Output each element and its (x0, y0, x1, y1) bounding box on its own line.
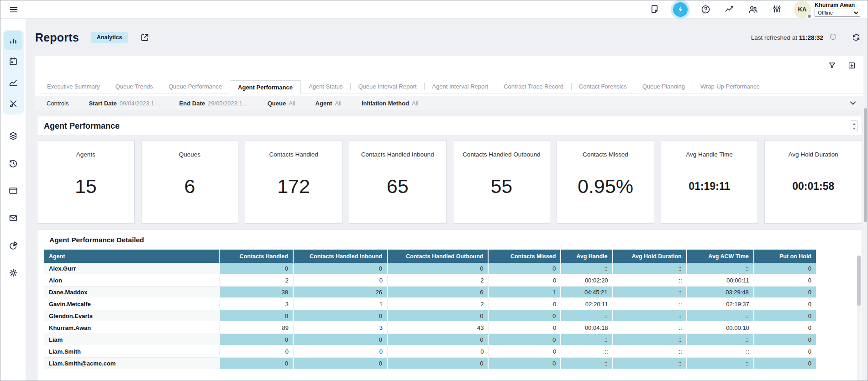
notes-icon[interactable] (648, 4, 660, 16)
kpi-label: Queues (176, 151, 203, 158)
value-cell: 0 (294, 275, 388, 287)
sidebar-item-settings[interactable] (8, 268, 18, 278)
sidebar-item-history[interactable] (8, 158, 18, 168)
agent-name-cell: Gavin.Metcalfe (44, 298, 220, 310)
section-panel: Agent Performance (37, 116, 862, 136)
column-header-contacts-handled[interactable]: Contacts Handled (220, 250, 294, 263)
table-vertical-scrollbar[interactable] (857, 256, 861, 381)
agent-name-cell: Liam (44, 334, 220, 346)
kpi-value: 01:19:11 (689, 180, 730, 193)
info-icon[interactable] (829, 32, 837, 42)
value-cell: 0 (294, 263, 388, 275)
value-cell: 3 (220, 298, 294, 310)
stepper-control[interactable] (851, 120, 857, 132)
detailed-panel: Agent Performance Detailed AgentContacts… (37, 229, 862, 381)
kpi-card-contacts-handled-outbound: Contacts Handled Outbound55 (453, 140, 551, 224)
value-cell: 26 (294, 287, 388, 298)
sidebar-item-window[interactable] (8, 186, 18, 196)
sidebar-group (3, 30, 24, 115)
value-cell: :: (687, 358, 754, 370)
kpi-value: 6 (184, 175, 195, 198)
value-cell: 0 (754, 298, 816, 310)
tab-agent-interval-report[interactable]: Agent Interval Report (424, 80, 496, 94)
sidebar-item-pie-chart[interactable] (8, 240, 18, 251)
column-header-avg-acw-time[interactable]: Avg ACW Time (687, 250, 754, 263)
value-cell: 0 (754, 287, 816, 298)
value-cell: 2 (388, 275, 489, 287)
sidebar-item-mail[interactable] (8, 213, 18, 223)
kpi-card-contacts-handled: Contacts Handled172 (245, 140, 342, 224)
value-cell: :: (561, 263, 613, 275)
filter-value: 29/05/2023 1... (208, 100, 247, 107)
column-header-contacts-handled-outbound[interactable]: Contacts Handled Outbound (388, 250, 489, 263)
tab-contract-trace-record[interactable]: Contract Trace Record (496, 80, 571, 94)
controls-filters: Start Date09/04/2023 1...End Date29/05/2… (89, 100, 418, 107)
tab-executive-summary[interactable]: Executive Summary (39, 80, 108, 94)
value-cell: 0 (388, 263, 489, 275)
value-cell: 0 (489, 310, 561, 322)
column-header-contacts-handled-inbound[interactable]: Contacts Handled Inbound (294, 250, 388, 263)
column-header-avg-handle[interactable]: Avg Handle (561, 250, 613, 263)
tab-agent-performance[interactable]: Agent Performance (230, 80, 301, 94)
value-cell: 00:02:20 (561, 275, 613, 287)
insights-icon[interactable] (723, 4, 735, 16)
agent-name-cell: Khurram.Awan (44, 322, 220, 334)
value-cell: 3 (294, 322, 388, 334)
avatar[interactable]: KA (794, 1, 811, 18)
value-cell: 0 (754, 322, 816, 334)
value-cell: :: (561, 358, 613, 370)
kpi-label: Contacts Handled Inbound (358, 151, 437, 158)
table-row: Alex.Gurr0000::::::0 (44, 263, 816, 275)
tab-contact-forensics[interactable]: Contact Forensics (571, 80, 635, 94)
tab-queue-performance[interactable]: Queue Performance (161, 80, 230, 94)
main-content: Reports Analytics Last refreshed at 11:2… (26, 19, 868, 381)
kpi-value: 0.95% (578, 175, 633, 198)
tab-queue-interval-report[interactable]: Queue Interval Report (350, 80, 424, 94)
tab-wrap-up-performance[interactable]: Wrap-Up Performance (693, 80, 768, 94)
sidebar-item-calendar[interactable] (4, 52, 22, 71)
column-header-contacts-missed[interactable]: Contacts Missed (489, 250, 561, 263)
filter-queue[interactable]: QueueAll (268, 100, 295, 107)
download-icon[interactable] (847, 61, 856, 70)
filter-end-date[interactable]: End Date29/05/2023 1... (179, 100, 247, 107)
sidebar-item-line-chart[interactable] (4, 73, 22, 92)
table-row: Khurram.Awan89343000:04:18::00:00:100 (44, 322, 816, 334)
value-cell: :: (613, 275, 687, 287)
agent-status-select[interactable]: Offline (815, 9, 860, 17)
users-icon[interactable] (747, 4, 759, 16)
help-icon[interactable] (700, 4, 711, 16)
column-header-agent[interactable]: Agent (44, 250, 220, 263)
filter-label: End Date (179, 100, 205, 107)
filter-icon[interactable] (828, 61, 836, 70)
filter-start-date[interactable]: Start Date09/04/2023 1... (89, 100, 159, 107)
page-scrollbar[interactable] (863, 19, 868, 381)
refresh-icon[interactable] (851, 32, 861, 42)
external-link-icon[interactable] (140, 32, 150, 42)
tab-queue-trends[interactable]: Queue Trends (108, 80, 161, 94)
filter-initiation-method[interactable]: Initiation MethodAll (362, 100, 418, 107)
value-cell: 89 (220, 322, 294, 334)
column-header-avg-hold-duration[interactable]: Avg Hold Duration (613, 250, 687, 263)
value-cell: 43 (388, 322, 489, 334)
value-cell: 6 (388, 287, 489, 298)
filter-value: 09/04/2023 1... (120, 100, 159, 107)
hamburger-menu-icon[interactable] (8, 4, 20, 16)
top-bar: KA Khurram Awan Offline (0, 0, 868, 19)
value-cell: :: (613, 346, 687, 358)
table-row: Glendon.Evarts0000::::::0 (44, 310, 816, 322)
value-cell: 0 (220, 358, 294, 370)
filter-agent[interactable]: AgentAll (316, 100, 342, 107)
sidebar-item-design[interactable] (4, 94, 22, 113)
column-header-put-on-hold[interactable]: Put on Hold (754, 250, 816, 263)
flash-icon[interactable] (673, 2, 688, 17)
sidebar-item-layers[interactable] (8, 131, 18, 141)
value-cell: 1 (294, 298, 388, 310)
tab-agent-status[interactable]: Agent Status (301, 80, 350, 94)
value-cell: 0 (220, 334, 294, 346)
chevron-down-icon[interactable] (849, 99, 857, 107)
tab-queue-planning[interactable]: Queue Planning (635, 80, 693, 94)
sidebar-item-bar-chart[interactable] (4, 31, 22, 50)
value-cell: 03:29:48 (687, 287, 754, 298)
kpi-card-queues: Queues6 (141, 140, 239, 224)
preferences-icon[interactable] (771, 4, 783, 16)
